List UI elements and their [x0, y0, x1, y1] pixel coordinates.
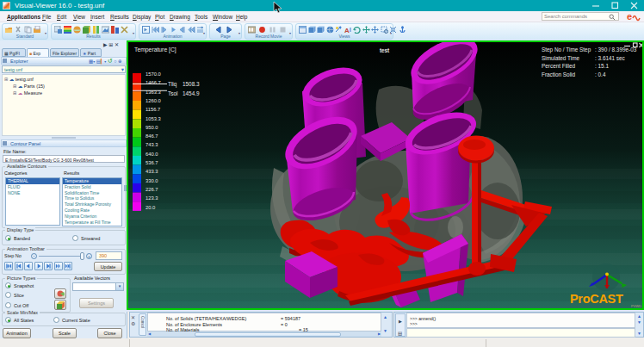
svg-text:1260.0: 1260.0 [146, 98, 161, 103]
svg-text:: 15.1: : 15.1 [595, 63, 609, 69]
svg-text:1570.0: 1570.0 [146, 71, 161, 77]
svg-text:950.0: 950.0 [146, 125, 158, 130]
svg-text:Percent Filled: Percent Filled [542, 63, 576, 69]
svg-text:433.3: 433.3 [146, 169, 158, 174]
svg-text:A: A [344, 27, 350, 34]
svg-text:Simulated Time: Simulated Time [542, 55, 579, 61]
svg-text:846.7: 846.7 [146, 133, 158, 139]
svg-text:1363.3: 1363.3 [146, 90, 161, 95]
svg-text:: 3.6141 sec: : 3.6141 sec [595, 55, 626, 61]
svg-text:123.3: 123.3 [146, 195, 158, 201]
svg-text:330.0: 330.0 [146, 178, 158, 183]
svg-text:Step No / Time Step: Step No / Time Step [542, 46, 591, 53]
svg-text:743.3: 743.3 [146, 142, 158, 147]
svg-text:PVWD: PVWD [631, 304, 641, 308]
svg-text:ProCAST: ProCAST [570, 292, 623, 306]
svg-text:1156.7: 1156.7 [146, 107, 160, 112]
svg-text:Tliq: Tliq [168, 81, 177, 88]
svg-text:e: e [627, 11, 632, 22]
svg-text:1466.7: 1466.7 [146, 80, 161, 85]
svg-text:1454.9: 1454.9 [183, 90, 200, 96]
svg-text:Temperature [C]: Temperature [C] [134, 46, 176, 53]
svg-text:Tsol: Tsol [168, 90, 177, 96]
svg-text:: 390 / 8.399e-03: : 390 / 8.399e-03 [595, 46, 637, 53]
svg-text:1508.3: 1508.3 [183, 81, 200, 87]
svg-text:226.7: 226.7 [146, 187, 158, 192]
svg-text:536.7: 536.7 [146, 160, 158, 165]
svg-text:Fraction Solid: Fraction Solid [542, 71, 576, 77]
svg-text:20.0: 20.0 [146, 205, 155, 210]
svg-text:640.0: 640.0 [146, 152, 158, 157]
svg-text:1053.3: 1053.3 [146, 116, 161, 121]
svg-text:test: test [380, 47, 390, 53]
svg-text:: 0.4: : 0.4 [595, 71, 606, 77]
